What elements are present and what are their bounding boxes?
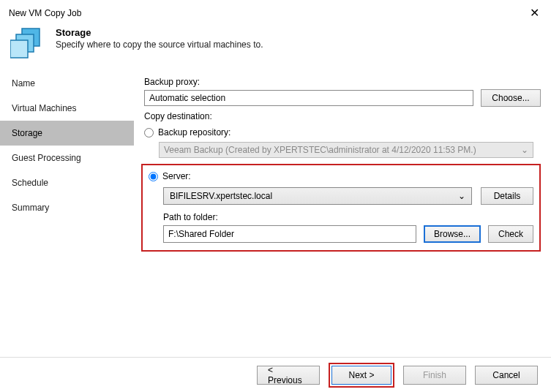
path-to-folder-value: F:\Shared Folder bbox=[168, 229, 234, 239]
server-select[interactable]: BIFILESRV.xpertstec.local ⌄ bbox=[163, 187, 472, 205]
radio-server-label: Server: bbox=[162, 171, 191, 181]
chevron-down-icon: ⌄ bbox=[458, 191, 465, 201]
sidebar-item-guest-processing[interactable]: Guest Processing bbox=[0, 146, 134, 170]
sidebar-item-summary[interactable]: Summary bbox=[0, 195, 134, 220]
finish-button: Finish bbox=[403, 366, 466, 385]
path-to-folder-label: Path to folder: bbox=[163, 212, 533, 222]
chevron-down-icon: ⌄ bbox=[521, 145, 528, 155]
wizard-sidebar: Name Virtual Machines Storage Guest Proc… bbox=[0, 71, 134, 358]
backup-repository-value: Veeam Backup (Created by XPERTSTEC\admin… bbox=[164, 145, 476, 155]
wizard-footer: < Previous Next > Finish Cancel bbox=[0, 357, 551, 392]
backup-proxy-label: Backup proxy: bbox=[144, 77, 541, 87]
close-icon[interactable]: ✕ bbox=[527, 6, 542, 20]
page-title: Storage bbox=[56, 27, 263, 38]
details-button[interactable]: Details bbox=[481, 187, 533, 205]
server-section: Server: BIFILESRV.xpertstec.local ⌄ Deta… bbox=[141, 164, 541, 252]
server-select-value: BIFILESRV.xpertstec.local bbox=[170, 191, 272, 201]
svg-rect-2 bbox=[10, 40, 28, 58]
next-button[interactable]: Next > bbox=[331, 366, 391, 385]
storage-icon bbox=[10, 26, 45, 61]
backup-proxy-field[interactable]: Automatic selection bbox=[144, 90, 473, 106]
browse-button[interactable]: Browse... bbox=[424, 225, 481, 243]
check-button[interactable]: Check bbox=[488, 225, 533, 243]
radio-backup-repository-label: Backup repository: bbox=[158, 127, 230, 137]
next-button-highlight: Next > bbox=[329, 363, 394, 388]
radio-backup-repository-row: Backup repository: bbox=[144, 126, 541, 139]
radio-server[interactable] bbox=[149, 172, 158, 181]
previous-button[interactable]: < Previous bbox=[257, 366, 320, 385]
title-bar: New VM Copy Job ✕ bbox=[0, 0, 551, 23]
radio-backup-repository[interactable] bbox=[144, 128, 154, 137]
backup-repository-select: Veeam Backup (Created by XPERTSTEC\admin… bbox=[159, 142, 533, 158]
choose-button[interactable]: Choose... bbox=[481, 89, 541, 107]
sidebar-item-virtual-machines[interactable]: Virtual Machines bbox=[0, 96, 134, 121]
sidebar-item-schedule[interactable]: Schedule bbox=[0, 170, 134, 195]
window-title: New VM Copy Job bbox=[9, 8, 81, 18]
backup-proxy-value: Automatic selection bbox=[149, 93, 225, 103]
sidebar-item-storage[interactable]: Storage bbox=[0, 121, 134, 146]
copy-destination-label: Copy destination: bbox=[144, 111, 541, 121]
sidebar-item-name[interactable]: Name bbox=[0, 71, 134, 96]
page-subtitle: Specify where to copy the source virtual… bbox=[56, 39, 263, 50]
cancel-button[interactable]: Cancel bbox=[475, 366, 538, 385]
wizard-header: Storage Specify where to copy the source… bbox=[0, 23, 551, 71]
path-to-folder-field[interactable]: F:\Shared Folder bbox=[163, 225, 416, 243]
main-panel: Backup proxy: Automatic selection Choose… bbox=[134, 71, 551, 358]
